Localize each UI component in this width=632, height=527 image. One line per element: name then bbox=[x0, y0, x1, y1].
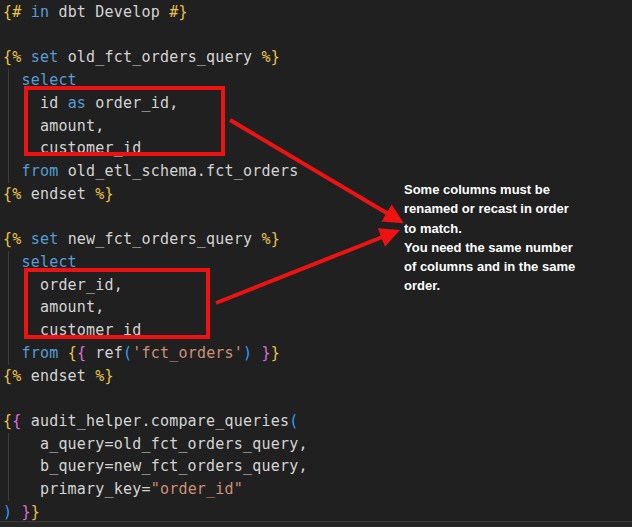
code-line: {% set old_fct_orders_query %} bbox=[3, 46, 308, 69]
code-token: {# bbox=[3, 3, 21, 21]
code-line: {# in dbt Develop #} bbox=[3, 1, 308, 24]
code-token bbox=[21, 230, 30, 248]
code-token: 'fct_orders' bbox=[132, 344, 243, 362]
code-token: ( bbox=[123, 344, 132, 362]
code-token: set bbox=[31, 230, 59, 248]
code-token: #} bbox=[169, 3, 187, 21]
code-token: %} bbox=[95, 367, 113, 385]
code-line: {% endset %} bbox=[3, 183, 308, 206]
code-token: {% bbox=[3, 185, 21, 203]
highlight-box-new-columns bbox=[24, 268, 210, 339]
code-token: %} bbox=[261, 230, 279, 248]
highlight-box-old-columns bbox=[24, 86, 225, 156]
code-area[interactable]: {# in dbt Develop #} {% set old_fct_orde… bbox=[3, 1, 308, 524]
code-token: old_fct_orders_query bbox=[58, 48, 261, 66]
annotation-note-line: order. bbox=[404, 276, 624, 295]
code-line: from old_etl_schema.fct_orders bbox=[3, 160, 308, 183]
annotation-note-line: Some columns must be bbox=[404, 180, 624, 199]
code-token: {% bbox=[3, 230, 21, 248]
code-line: {% set new_fct_orders_query %} bbox=[3, 228, 308, 251]
code-token: "order_id" bbox=[151, 480, 243, 498]
code-token: } bbox=[21, 503, 30, 521]
code-line: primary_key="order_id" bbox=[3, 478, 308, 501]
code-token: {% bbox=[3, 48, 21, 66]
code-token: } bbox=[262, 344, 271, 362]
dbt-code-editor-screenshot: {# in dbt Develop #} {% set old_fct_orde… bbox=[0, 0, 632, 527]
code-token: a_query=old_fct_orders_query, bbox=[3, 435, 308, 453]
code-line bbox=[3, 387, 308, 410]
code-line: from {{ ref('fct_orders') }} bbox=[3, 342, 308, 365]
code-token bbox=[252, 344, 261, 362]
annotation-note-line: renamed or recast in order bbox=[404, 199, 624, 218]
annotation-note-line: to match. bbox=[404, 219, 624, 238]
annotation-note-line: You need the same number bbox=[404, 238, 624, 257]
code-token: in bbox=[31, 3, 49, 21]
code-token bbox=[21, 3, 30, 21]
code-token: ) bbox=[243, 344, 252, 362]
code-token bbox=[3, 253, 21, 271]
code-line bbox=[3, 205, 308, 228]
code-token: dbt Develop bbox=[49, 3, 169, 21]
code-line: b_query=new_fct_orders_query, bbox=[3, 455, 308, 478]
code-token bbox=[3, 162, 21, 180]
code-token: from bbox=[21, 162, 58, 180]
code-line bbox=[3, 24, 308, 47]
code-token: set bbox=[31, 48, 59, 66]
indent-guide bbox=[8, 251, 9, 365]
editor-bottom-edge bbox=[0, 521, 632, 527]
code-token: old_etl_schema.fct_orders bbox=[58, 162, 298, 180]
code-token: ref bbox=[86, 344, 123, 362]
code-line: a_query=old_fct_orders_query, bbox=[3, 433, 308, 456]
code-token: %} bbox=[261, 48, 279, 66]
code-token: {% bbox=[3, 367, 21, 385]
indent-guide bbox=[8, 433, 9, 501]
code-token: ) bbox=[3, 503, 12, 521]
code-token: endset bbox=[21, 185, 95, 203]
code-token: audit_helper.compare_queries bbox=[21, 412, 289, 430]
annotation-note-line: of columns and in the same bbox=[404, 257, 624, 276]
code-token bbox=[58, 344, 67, 362]
code-line: {% endset %} bbox=[3, 365, 308, 388]
code-token: %} bbox=[95, 185, 113, 203]
annotation-note: Some columns must berenamed or recast in… bbox=[404, 180, 624, 296]
code-token: b_query=new_fct_orders_query, bbox=[3, 457, 308, 475]
code-token: endset bbox=[21, 367, 95, 385]
indent-guide bbox=[8, 69, 9, 183]
code-token: } bbox=[271, 344, 280, 362]
code-token: { bbox=[68, 344, 77, 362]
code-token bbox=[3, 344, 21, 362]
code-token: primary_key= bbox=[3, 480, 151, 498]
code-token: } bbox=[31, 503, 40, 521]
code-token: { bbox=[3, 412, 12, 430]
code-line: {{ audit_helper.compare_queries( bbox=[3, 410, 308, 433]
code-token: ( bbox=[289, 412, 298, 430]
code-token: { bbox=[77, 344, 86, 362]
code-token: new_fct_orders_query bbox=[58, 230, 261, 248]
code-token bbox=[21, 48, 30, 66]
code-token: from bbox=[21, 344, 58, 362]
code-token bbox=[3, 71, 21, 89]
